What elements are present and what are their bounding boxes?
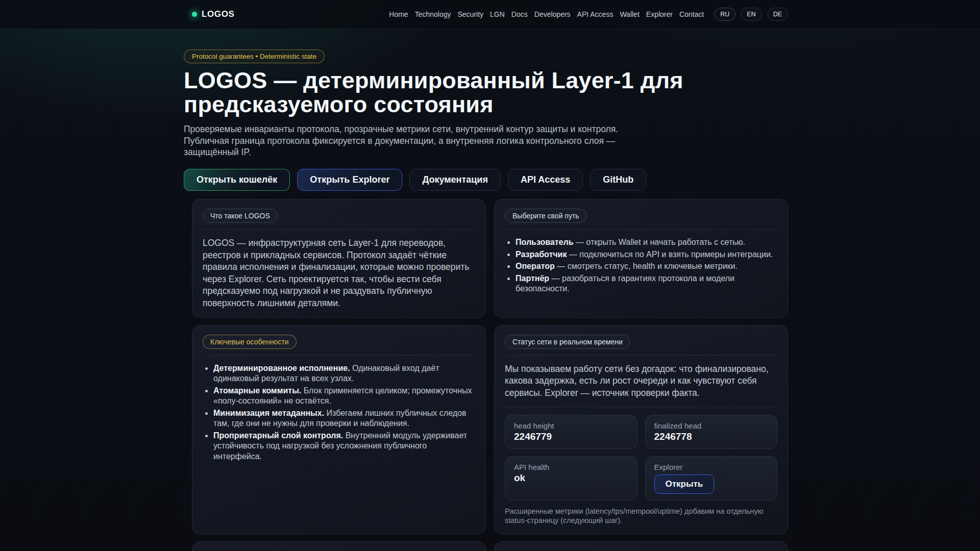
metric-value: 2246778 — [654, 431, 769, 442]
card-status-text: Мы показываем работу сети без догадок: ч… — [505, 363, 777, 399]
list-item-term: Пользователь — [516, 238, 573, 246]
list-item-term: Проприетарный слой контроля. — [213, 431, 343, 440]
card-developers: Разработчикам — [494, 541, 788, 551]
card-features-chip: Ключевые особенности — [203, 335, 297, 349]
list-item: Оператор — смотреть статус, health и клю… — [516, 261, 777, 271]
brand-name: LOGOS — [202, 9, 234, 19]
lang-button-ru[interactable]: RU — [714, 8, 736, 21]
hero-badge: Protocol guarantees • Deterministic stat… — [184, 49, 325, 63]
status-footnote: Расширенные метрики (latency/tps/mempool… — [505, 507, 777, 525]
documentation-button[interactable]: Документация — [409, 169, 500, 191]
open-wallet-button[interactable]: Открыть кошелёк — [184, 169, 290, 191]
list-item: Пользователь — открыть Wallet и начать р… — [516, 237, 777, 247]
nav-link-home[interactable]: Home — [389, 10, 408, 18]
metric-finalized-head: finalized head 2246778 — [645, 415, 778, 449]
divider — [505, 355, 777, 356]
card-about: Что такое LOGOS LOGOS — инфраструктурная… — [192, 199, 486, 318]
list-item-term: Атомарные коммиты. — [213, 386, 301, 395]
page-title: LOGOS — детерминированный Layer-1 для пр… — [184, 69, 788, 117]
divider — [505, 229, 777, 230]
list-item: Атомарные коммиты. Блок применяется цели… — [213, 386, 475, 407]
hero-section: Protocol guarantees • Deterministic stat… — [184, 49, 788, 191]
top-navigation-bar: LOGOS Home Technology Security LGN Docs … — [0, 0, 980, 29]
nav-link-explorer[interactable]: Explorer — [646, 10, 673, 18]
list-item: Партнёр — разобраться в гарантиях проток… — [516, 273, 777, 294]
list-item-text: — подключиться по API и взять примеры ин… — [567, 250, 773, 259]
nav-link-technology[interactable]: Technology — [415, 10, 451, 18]
nav-link-lgn[interactable]: LGN — [490, 10, 505, 18]
metric-label: head height — [514, 421, 628, 430]
list-item: Минимизация метаданных. Избегаем лишних … — [213, 408, 475, 429]
hero-subtitle-line-2: Публичная граница протокола фиксируется … — [184, 135, 788, 147]
nav-link-docs[interactable]: Docs — [511, 10, 528, 18]
lang-button-de[interactable]: DE — [767, 8, 788, 21]
card-paths: Выберите свой путь Пользователь — открыт… — [494, 199, 788, 318]
list-item: Разработчик — подключиться по API и взят… — [516, 249, 777, 260]
card-network-status: Статус сети в реальном времени Мы показы… — [494, 325, 788, 534]
lang-button-en[interactable]: EN — [741, 8, 762, 21]
nav-link-developers[interactable]: Developers — [534, 10, 571, 18]
list-item: Детерминированное исполнение. Одинаковый… — [213, 363, 475, 384]
github-button[interactable]: GitHub — [590, 169, 646, 191]
card-security: Безопасность — [192, 541, 486, 551]
metrics-grid: head height 2246779 finalized head 22467… — [505, 415, 777, 500]
list-item-term: Минимизация метаданных. — [213, 409, 324, 417]
card-about-chip: Что такое LOGOS — [203, 209, 278, 223]
card-about-text: LOGOS — инфраструктурная сеть Layer-1 дл… — [203, 237, 475, 309]
metric-label: API health — [514, 463, 628, 471]
nav-link-security[interactable]: Security — [457, 10, 483, 18]
metric-label: Explorer — [654, 463, 769, 471]
card-paths-chip: Выберите свой путь — [505, 209, 587, 223]
metric-value: ok — [514, 472, 628, 484]
language-switcher: RU EN DE — [714, 8, 788, 21]
hero-actions: Открыть кошелёк Открыть Explorer Докумен… — [184, 169, 788, 191]
metric-head-height: head height 2246779 — [505, 415, 638, 449]
divider — [203, 229, 475, 230]
cards-grid: Что такое LOGOS LOGOS — инфраструктурная… — [192, 199, 788, 551]
divider — [203, 355, 475, 356]
nav-link-contact[interactable]: Contact — [679, 10, 704, 18]
nav-link-api-access[interactable]: API Access — [577, 10, 614, 18]
open-explorer-button[interactable]: Открыть Explorer — [297, 169, 402, 191]
list-item-term: Партнёр — [516, 274, 549, 283]
metric-explorer: Explorer Открыть — [645, 456, 778, 500]
main-content: Protocol guarantees • Deterministic stat… — [192, 49, 788, 551]
nav-links: Home Technology Security LGN Docs Develo… — [389, 10, 704, 18]
list-item-term: Детерминированное исполнение. — [213, 364, 350, 372]
list-item-text: — смотреть статус, health и ключевые мет… — [555, 262, 738, 270]
page-title-line-1: LOGOS — детерминированный Layer-1 для — [184, 69, 788, 93]
divider — [505, 407, 777, 407]
hero-subtitle: Проверяемые инварианты протокола, прозра… — [184, 123, 788, 159]
brand-status-dot-icon — [192, 12, 197, 17]
metric-api-health: API health ok — [505, 456, 638, 500]
metric-label: finalized head — [654, 421, 769, 430]
card-status-chip: Статус сети в реальном времени — [505, 335, 630, 349]
list-item-text: — открыть Wallet и начать работать с сет… — [573, 238, 745, 246]
nav-link-wallet[interactable]: Wallet — [620, 10, 639, 18]
list-item: Проприетарный слой контроля. Внутренний … — [213, 431, 475, 462]
explorer-open-button[interactable]: Открыть — [654, 474, 715, 494]
brand-logo[interactable]: LOGOS — [192, 9, 234, 19]
metric-value: 2246779 — [514, 431, 628, 442]
paths-list: Пользователь — открыть Wallet и начать р… — [505, 237, 777, 294]
hero-subtitle-line-3: защищённый IP. — [184, 146, 788, 158]
features-list: Детерминированное исполнение. Одинаковый… — [203, 363, 475, 462]
page-title-line-2: предсказуемого состояния — [184, 93, 788, 117]
api-access-button[interactable]: API Access — [508, 169, 583, 191]
list-item-term: Оператор — [516, 262, 555, 270]
card-features: Ключевые особенности Детерминированное и… — [192, 325, 486, 534]
list-item-term: Разработчик — [516, 250, 567, 259]
page: { "nav": { "brand": "LOGOS", "links": ["… — [0, 0, 980, 551]
hero-subtitle-line-1: Проверяемые инварианты протокола, прозра… — [184, 123, 788, 135]
